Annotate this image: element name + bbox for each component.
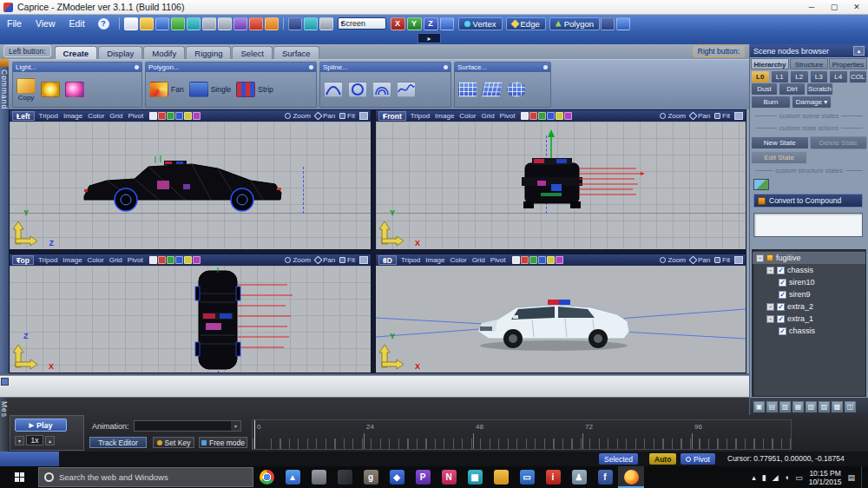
- taskbar-app-blue[interactable]: ▲: [279, 466, 306, 488]
- spline-arc-icon[interactable]: [324, 82, 343, 97]
- timeline-ruler[interactable]: 0 24 48 72 96: [252, 419, 792, 450]
- tree-node-fugitive[interactable]: - fugitive: [753, 252, 865, 264]
- strip-tool[interactable]: Strip: [236, 82, 273, 97]
- normals-icon[interactable]: [601, 17, 615, 30]
- viewport-menu-tripod[interactable]: Tripod: [39, 112, 58, 120]
- layer-l4-button[interactable]: L4: [829, 70, 848, 83]
- maximize-viewport-button[interactable]: [734, 256, 743, 264]
- taskbar-clock[interactable]: 10:15 PM 10/1/2015: [809, 469, 842, 486]
- vertex-mode-button[interactable]: Vertex: [458, 17, 503, 30]
- axis-x-button[interactable]: X: [391, 17, 405, 30]
- shade-mode-icon[interactable]: [149, 112, 157, 120]
- shade-mode-icon[interactable]: [512, 256, 520, 264]
- viewport-left-name-button[interactable]: Left▾: [12, 111, 35, 121]
- fit-tool[interactable]: Fit: [339, 256, 355, 264]
- lights-toggle-icon[interactable]: [184, 112, 192, 120]
- materials-toggle-icon[interactable]: [564, 112, 572, 120]
- visibility-checkbox[interactable]: ✓: [779, 279, 786, 287]
- lights-toggle-icon[interactable]: [547, 256, 555, 264]
- axes-toggle-icon[interactable]: [538, 256, 546, 264]
- taskbar-app-gimp[interactable]: g: [358, 466, 384, 488]
- command-panel-tab[interactable]: Command: [0, 59, 9, 373]
- pivot-badge[interactable]: Pivot: [681, 453, 715, 465]
- visibility-checkbox[interactable]: ✓: [777, 315, 785, 323]
- zoom-tool[interactable]: Zoom: [660, 256, 685, 264]
- dirt-state-button[interactable]: Dirt: [779, 82, 806, 96]
- action-center-icon[interactable]: ▤: [847, 473, 855, 482]
- help-icon[interactable]: ?: [98, 18, 109, 30]
- wireframe-toggle-icon[interactable]: [521, 256, 529, 264]
- close-button[interactable]: ✕: [845, 0, 868, 14]
- menu-file[interactable]: File: [0, 16, 29, 30]
- speed-up-button[interactable]: ▴: [45, 436, 55, 445]
- omni-light-icon[interactable]: [41, 82, 60, 97]
- viewport-menu-pivot[interactable]: Pivot: [128, 112, 143, 120]
- surface-loft-icon[interactable]: [481, 82, 503, 97]
- grid-toggle-icon[interactable]: [538, 112, 546, 120]
- open-file-icon[interactable]: [140, 17, 154, 30]
- undo-icon[interactable]: [202, 17, 216, 30]
- tab-properties[interactable]: Properties: [829, 58, 867, 69]
- dust-state-button[interactable]: Dust: [751, 82, 778, 96]
- axes-toggle-icon[interactable]: [175, 256, 183, 264]
- viewport-menu-tripod[interactable]: Tripod: [411, 112, 430, 120]
- viewport-menu-tripod[interactable]: Tripod: [38, 256, 57, 264]
- render-icon[interactable]: [249, 17, 263, 30]
- copy-tool[interactable]: Copy: [16, 78, 36, 102]
- measure-icon[interactable]: [319, 17, 333, 30]
- viewport-menu-color[interactable]: Color: [88, 256, 104, 264]
- export-icon[interactable]: [187, 17, 201, 30]
- burn-state-button[interactable]: Burn: [751, 96, 791, 109]
- viewport-menu-image[interactable]: Image: [425, 256, 444, 264]
- taskbar-app-calculator[interactable]: ▦: [462, 466, 488, 488]
- volume-icon[interactable]: ◖: [785, 473, 789, 482]
- battery-icon[interactable]: ▮: [762, 473, 766, 482]
- viewport-front-name-button[interactable]: Front▾: [378, 111, 406, 121]
- taskbar-search[interactable]: [38, 467, 253, 487]
- viewport-menu-grid[interactable]: Grid: [109, 112, 122, 120]
- copy-node-icon[interactable]: ▥: [779, 401, 791, 412]
- edit-state-button[interactable]: Edit State: [751, 151, 807, 164]
- taskbar-app-monitor[interactable]: ▭: [514, 466, 540, 488]
- taskbar-app-chrome[interactable]: [253, 466, 279, 488]
- layer-l0-button[interactable]: L0: [751, 70, 770, 83]
- snap-icon[interactable]: [304, 17, 318, 30]
- collapse-panel-button[interactable]: ▴: [853, 46, 865, 56]
- materials-toggle-icon[interactable]: [193, 112, 201, 120]
- viewport-menu-color[interactable]: Color: [459, 112, 476, 120]
- taskbar-app-pink[interactable]: N: [436, 466, 462, 488]
- instance-node-icon[interactable]: ▧: [806, 401, 817, 412]
- viewport-menu-image[interactable]: Image: [63, 112, 82, 120]
- visibility-checkbox[interactable]: ✓: [779, 291, 786, 299]
- visibility-checkbox[interactable]: ✓: [779, 327, 786, 335]
- delete-state-button[interactable]: Delete State: [810, 136, 868, 149]
- speed-down-button[interactable]: ▾: [15, 436, 24, 445]
- visibility-checkbox[interactable]: ✓: [777, 303, 785, 311]
- viewport-front-canvas[interactable]: Y X: [376, 122, 746, 249]
- maximize-viewport-button[interactable]: [359, 112, 368, 120]
- single-tool[interactable]: Single: [189, 82, 232, 97]
- taskbar-app-firefox[interactable]: [618, 466, 644, 488]
- tree-node-siren10[interactable]: ✓ siren10: [753, 276, 865, 288]
- pan-tool[interactable]: Pan: [690, 112, 710, 120]
- menu-view[interactable]: View: [29, 16, 62, 30]
- tree-node-extra-2[interactable]: - ✓ extra_2: [753, 300, 865, 313]
- polygon-mode-button[interactable]: Polygon: [549, 17, 600, 30]
- lights-toggle-icon[interactable]: [184, 256, 192, 264]
- scratch-state-button[interactable]: Scratch: [806, 82, 833, 96]
- spline-circle-icon[interactable]: [348, 82, 367, 97]
- shade-mode-icon[interactable]: [149, 256, 157, 264]
- viewport-3d-name-button[interactable]: 3D▾: [378, 255, 397, 265]
- wireframe-toggle-icon[interactable]: [158, 112, 166, 120]
- viewport-menu-color[interactable]: Color: [88, 112, 104, 120]
- tree-node-chassis-2[interactable]: ✓ chassis: [753, 325, 865, 337]
- camera-icon[interactable]: [288, 17, 302, 30]
- fan-tool[interactable]: Fan: [149, 82, 184, 97]
- auto-badge[interactable]: Auto: [649, 453, 676, 465]
- track-editor-button[interactable]: Track Editor: [89, 437, 147, 448]
- playhead[interactable]: [254, 420, 255, 449]
- taskbar-app-irfanview[interactable]: i: [540, 466, 566, 488]
- viewport-menu-image[interactable]: Image: [435, 112, 454, 120]
- viewport-menu-pivot[interactable]: Pivot: [490, 256, 506, 264]
- network-icon[interactable]: ◢: [773, 473, 779, 482]
